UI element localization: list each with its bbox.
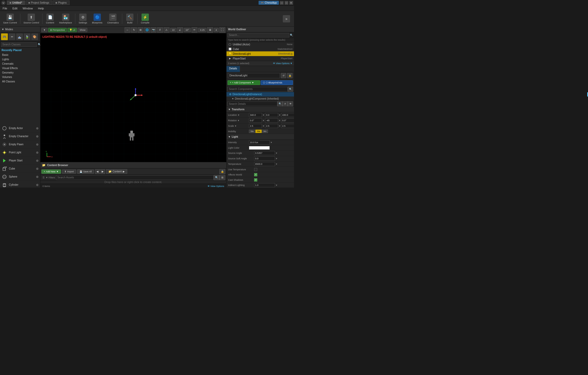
viewport[interactable]: LIGHTING NEEDS TO BE REBUILT (1 unbuilt … [40, 33, 226, 162]
component-item-inherited[interactable]: ✦ DirectionalLightComponent (Inherited) [226, 96, 294, 101]
light-color-swatch[interactable] [249, 146, 270, 150]
category-volumes[interactable]: Volumes [0, 75, 40, 79]
recently-placed-label[interactable]: Recently Placed [0, 48, 40, 53]
search-components-input[interactable] [228, 87, 288, 92]
indirect-lighting-input[interactable] [254, 183, 275, 187]
rotation-z-input[interactable] [281, 118, 294, 123]
scale-x-input[interactable] [249, 124, 262, 128]
mode-landscape[interactable]: 🗻 [16, 33, 23, 40]
cb-forward-button[interactable]: ▶ [100, 169, 105, 174]
settings-button[interactable]: ⚙ Settings [76, 13, 89, 25]
tab-untitled[interactable]: Untitled* [7, 1, 25, 5]
outliner-search-input[interactable] [228, 33, 289, 38]
grid-size-btn[interactable]: 10 [170, 28, 176, 32]
outliner-item-2[interactable]: 💡 DirectionalLight DirectionalLig [226, 51, 294, 56]
cast-shadows-checkbox[interactable]: ✓ [254, 178, 257, 182]
mode-paint[interactable]: ✏ [9, 33, 15, 40]
location-z-input[interactable] [281, 113, 294, 117]
tab-plugins[interactable]: Plugins [53, 1, 70, 5]
cb-back-button[interactable]: ◀ [95, 169, 100, 174]
search-classes-input[interactable] [1, 42, 37, 47]
angle-icon-btn[interactable]: ∠ [177, 27, 183, 33]
menu-help[interactable]: Help [37, 7, 45, 10]
category-geometry[interactable]: Geometry [0, 70, 40, 75]
location-y-input[interactable] [265, 113, 278, 117]
category-cinematic[interactable]: Cinematic [0, 62, 40, 66]
mobility-static-btn[interactable]: Sta [249, 130, 255, 133]
category-all-classes[interactable]: All Classes [0, 79, 40, 84]
count-btn[interactable]: 4 [214, 28, 219, 32]
close-button[interactable]: ✕ [289, 1, 293, 5]
blueprints-button[interactable]: 🔵 Blueprints [90, 13, 105, 25]
scale-z-input[interactable] [281, 124, 294, 128]
component-item-instance[interactable]: ⚙ DirectionalLight(Instance) [226, 92, 294, 96]
cinematics-button[interactable]: 🎬 Cinematics [105, 13, 121, 25]
add-new-button[interactable]: + Add New ▼ [41, 170, 61, 174]
outliner-view-options-btn[interactable]: 👁 View Options ▼ [273, 62, 292, 65]
affects-world-checkbox[interactable]: ✓ [254, 173, 257, 176]
grid-btn[interactable]: # [157, 27, 163, 33]
source-control-button[interactable]: ⬆ Source Control [21, 13, 41, 25]
import-button[interactable]: ⬆ Import [62, 170, 76, 174]
add-component-button[interactable]: + + Add Component ▼ [228, 80, 260, 85]
outliner-item-0[interactable]: ◯ Untitled (Actor) None [226, 42, 294, 47]
menu-edit[interactable]: Edit [11, 7, 19, 10]
source-angle-input[interactable] [254, 151, 275, 155]
blueprint-button[interactable]: ⬡ ⬡ Blueprint/Adc [261, 80, 293, 85]
source-soft-input[interactable] [254, 156, 275, 161]
maximize-button[interactable]: □ [285, 1, 288, 5]
search-details-input[interactable] [228, 101, 277, 106]
scale-value-btn[interactable]: 0.25 [198, 28, 206, 32]
detail-grid-btn[interactable]: # [283, 101, 288, 106]
content-button[interactable]: 📄 Content [44, 13, 57, 25]
mobility-stationary-btn[interactable]: Sta [255, 130, 262, 133]
cb-view-options-btn[interactable]: 👁 View Options [207, 185, 224, 188]
marketplace-button[interactable]: 🏪 Marketplace [57, 13, 74, 25]
search-assets-input[interactable] [56, 175, 214, 180]
place-item-empty-character[interactable]: Empty Character ⊕ [0, 132, 40, 141]
cb-settings-btn[interactable]: 🔒 [219, 169, 225, 174]
mode-place[interactable]: 🎮 [1, 33, 8, 40]
intensity-input[interactable] [249, 140, 270, 144]
show-btn[interactable]: Show [78, 28, 87, 32]
location-x-input[interactable] [249, 113, 262, 117]
category-lights[interactable]: Lights [0, 57, 40, 62]
perspective-btn[interactable]: ⊞ Perspective [48, 28, 67, 32]
use-temperature-checkbox[interactable] [254, 168, 257, 171]
actor-name-input[interactable] [228, 73, 280, 78]
details-lock-btn[interactable]: 🔒 [287, 73, 292, 78]
outliner-item-3[interactable]: ▶ PlayerStart PlayerStart [226, 56, 294, 61]
cb-view-btn[interactable]: ⊞ [219, 175, 225, 180]
place-item-player-start[interactable]: Player Start ⊕ [0, 157, 40, 165]
camera-btn[interactable]: 📷 [151, 27, 156, 33]
translate-btn[interactable]: ↔ [125, 27, 130, 33]
place-item-empty-pawn[interactable]: Empty Pawn ⊕ [0, 141, 40, 149]
mode-foliage[interactable]: 🍃 [24, 33, 30, 40]
details-tab[interactable]: Details [226, 66, 240, 72]
outliner-item-1[interactable]: ⬜ Cube StaticMeshAct [226, 47, 294, 51]
menu-window[interactable]: Window [22, 7, 34, 10]
place-item-cube[interactable]: Cube ⊕ [0, 165, 40, 173]
menu-file[interactable]: File [2, 7, 8, 10]
screen-btn[interactable]: 🖥 [207, 27, 213, 33]
save-all-button[interactable]: 💾 Save All [77, 170, 94, 174]
detail-eye-btn[interactable]: 👁 [288, 101, 293, 106]
save-current-button[interactable]: 💾 Save Current [1, 13, 19, 25]
temperature-input[interactable] [254, 162, 275, 166]
compile-button[interactable]: ⚡ Compile [139, 13, 152, 25]
angle-btn[interactable]: 10° [184, 28, 191, 32]
mobility-movable-btn[interactable]: Mo [262, 130, 268, 133]
details-refresh-btn[interactable]: ↺ [281, 73, 286, 78]
rotate-btn[interactable]: ↻ [131, 27, 137, 33]
lit-btn[interactable]: 💡 Lit [68, 28, 77, 32]
expand-button[interactable]: » [280, 14, 293, 23]
rotation-x-input[interactable] [249, 118, 262, 123]
minimize-button[interactable]: — [280, 1, 284, 5]
scale-btn[interactable]: ⊞ [138, 27, 143, 33]
rotation-y-input[interactable] [265, 118, 278, 123]
place-item-cylinder[interactable]: Cylinder ⊕ [0, 181, 40, 188]
tab-project-settings[interactable]: Project Settings [26, 1, 52, 5]
paint-icon-btn[interactable]: ✏ [192, 27, 197, 33]
world-btn[interactable]: 🌐 [144, 27, 150, 33]
category-basic[interactable]: Basic [0, 53, 40, 57]
